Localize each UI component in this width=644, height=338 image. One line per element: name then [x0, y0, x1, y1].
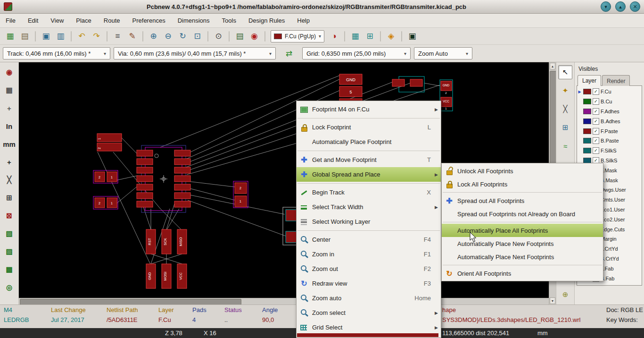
menubar-item[interactable]: Dimensions [178, 17, 210, 24]
library-browser-icon[interactable]: ▥ [54, 29, 67, 43]
scroll-up-arrow-icon[interactable] [550, 63, 555, 69]
toolbar-button[interactable] [207, 31, 208, 42]
layer-color-swatch[interactable] [583, 128, 591, 134]
menu-grid-select[interactable]: Grid Select ▶ [297, 320, 441, 335]
zoom-fit-icon[interactable]: ⊡ [190, 29, 204, 43]
layer-row[interactable]: F.SilkS [577, 146, 642, 156]
menubar-item[interactable]: Design Rules [248, 17, 285, 24]
submenu-orient-all[interactable]: Orient All Footprints [442, 267, 603, 280]
auto-track-width-icon[interactable]: ⇄ [282, 47, 296, 59]
layer-visibility-checkbox[interactable] [593, 88, 599, 95]
titlebar[interactable]: Pcbnew 4.0.7+dfsg1-1~bpo9+1 /home/fablab… [0, 0, 644, 14]
active-layer-select[interactable]: F.Cu (PgUp) [271, 30, 324, 42]
layer-pair-icon[interactable]: ◑ [327, 29, 341, 43]
zoom-out-icon[interactable]: ⊖ [161, 29, 175, 43]
autodelete-track-icon[interactable]: ⊠ [2, 209, 17, 223]
layer-visibility-checkbox[interactable] [593, 147, 599, 154]
grid-origin-icon[interactable]: ⊕ [558, 287, 572, 302]
redo-icon[interactable]: ↷ [90, 29, 103, 43]
tab-layer[interactable]: Layer [578, 75, 601, 86]
find-icon[interactable]: ⊙ [212, 29, 225, 43]
context-menu-item[interactable] [297, 230, 440, 231]
submenu-spread-all[interactable]: Spread out All Footprints [442, 194, 603, 207]
menubar-item[interactable]: Preferences [132, 17, 165, 24]
menubar-item[interactable]: Route [104, 17, 120, 24]
redraw-view-icon[interactable]: ↻ [176, 29, 190, 43]
grid-dots-icon[interactable]: ▦ [348, 29, 362, 43]
layer-visibility-checkbox[interactable] [593, 108, 599, 115]
grid-size-select[interactable]: Grid: 0,6350 mm (25,00 mils) [302, 47, 411, 59]
toolbar-button[interactable] [380, 31, 381, 42]
horizontal-scrollbar[interactable] [19, 298, 549, 304]
menu-zoom-out[interactable]: Zoom out F2 [297, 262, 441, 276]
scroll-down-arrow-icon[interactable] [550, 297, 555, 304]
zones-hide-icon[interactable]: ▨ [2, 245, 17, 259]
menu-zoom-select[interactable]: Zoom select ▶ [297, 305, 441, 320]
layer-color-swatch[interactable] [583, 109, 591, 114]
submenu-item[interactable] [443, 222, 602, 222]
menu-center[interactable]: Center F4 [297, 232, 441, 247]
layer-visibility-checkbox[interactable] [593, 118, 599, 125]
menu-lock-footprint[interactable]: Lock Footprint L [297, 120, 441, 135]
layer-color-swatch[interactable] [583, 89, 591, 94]
grid-axes-icon[interactable]: ⊞ [363, 29, 377, 43]
submenu-item[interactable] [443, 192, 602, 193]
3d-viewer-icon[interactable]: ▣ [405, 29, 419, 43]
menubar-item[interactable]: File [6, 17, 16, 24]
menu-select-working-layer[interactable]: Select Working Layer [297, 214, 441, 229]
layer-visibility-checkbox[interactable] [593, 137, 599, 144]
tab-render[interactable]: Render [602, 75, 630, 86]
zones-show-icon[interactable]: ▧ [2, 227, 17, 241]
add-footprint-icon[interactable]: ⊞ [558, 120, 572, 135]
grid-visibility-icon[interactable]: ▦ [2, 83, 17, 97]
layer-row[interactable]: F.Cu [577, 87, 642, 97]
submenu-spread-new[interactable]: Spread out Footprints not Already on Boa… [442, 207, 603, 220]
cursor-style-icon[interactable]: + [2, 155, 17, 169]
layer-visibility-checkbox[interactable] [593, 98, 599, 105]
menu-get-move-footprint[interactable]: Get and Move Footprint T [297, 152, 441, 167]
menu-auto-place-footprint[interactable]: Automatically Place Footprint [297, 135, 441, 149]
footprint-mode-icon[interactable]: ◈ [384, 29, 398, 43]
units-inch-icon[interactable]: In [2, 119, 17, 133]
pads-sketch-icon[interactable]: ◎ [2, 280, 17, 295]
save-board-icon[interactable]: ▦ [3, 29, 17, 43]
submenu-autoplace-new[interactable]: Automatically Place New Footprints [442, 237, 603, 250]
units-mm-icon[interactable]: mm [2, 137, 17, 151]
context-menu-item[interactable] [297, 151, 440, 151]
menu-zoom-in[interactable]: Zoom in F1 [297, 247, 441, 262]
submenu-item[interactable] [443, 265, 602, 265]
menubar-item[interactable]: Help [297, 17, 310, 24]
layer-visibility-checkbox[interactable] [593, 128, 599, 135]
context-menu-item[interactable] [297, 183, 440, 184]
polar-coords-icon[interactable]: + [2, 101, 17, 115]
highlight-net-icon[interactable]: ✦ [558, 84, 572, 98]
toolbar-button[interactable] [264, 31, 265, 42]
menu-begin-track[interactable]: Begin Track X [297, 185, 441, 200]
menu-footprint-m4[interactable]: Footprint M4 on F.Cu ▶ [297, 102, 441, 117]
ratsnest-icon[interactable]: ╳ [2, 173, 17, 187]
netlist-icon[interactable]: ▤ [233, 29, 247, 43]
submenu-autoplace-next[interactable]: Automatically Place Next Footprints [442, 250, 603, 263]
toolbar-button[interactable] [142, 31, 143, 42]
module-ratsnest-icon[interactable]: ⊞ [2, 191, 17, 205]
drc-off-icon[interactable]: ◉ [2, 65, 17, 79]
toolbar-button[interactable] [35, 31, 36, 42]
toolbar-button[interactable] [344, 31, 345, 42]
menu-select-track-width[interactable]: Select Track Width ▶ [297, 200, 441, 214]
menubar-item[interactable]: Edit [28, 17, 38, 24]
menu-global-spread-place[interactable]: Global Spread and Place ▶ [297, 167, 441, 182]
layer-color-swatch[interactable] [583, 99, 591, 104]
zoom-select[interactable]: Zoom Auto [414, 47, 472, 59]
undo-icon[interactable]: ↶ [75, 29, 89, 43]
maximize-button[interactable] [615, 1, 626, 12]
menubar-item[interactable]: Tools [222, 17, 236, 24]
layer-row[interactable]: F.Adhes [577, 107, 642, 117]
menu-redraw-view[interactable]: Redraw view F3 [297, 276, 441, 291]
menu-zoom-auto[interactable]: Zoom auto Home [297, 291, 441, 305]
minimize-button[interactable] [601, 1, 611, 12]
submenu-lock-all[interactable]: Lock All Footprints [442, 177, 603, 191]
plot-icon[interactable]: ✎ [125, 29, 139, 43]
context-menu-item[interactable] [297, 118, 440, 118]
layer-row[interactable]: F.Paste [577, 126, 642, 136]
toolbar-button[interactable] [401, 31, 402, 42]
